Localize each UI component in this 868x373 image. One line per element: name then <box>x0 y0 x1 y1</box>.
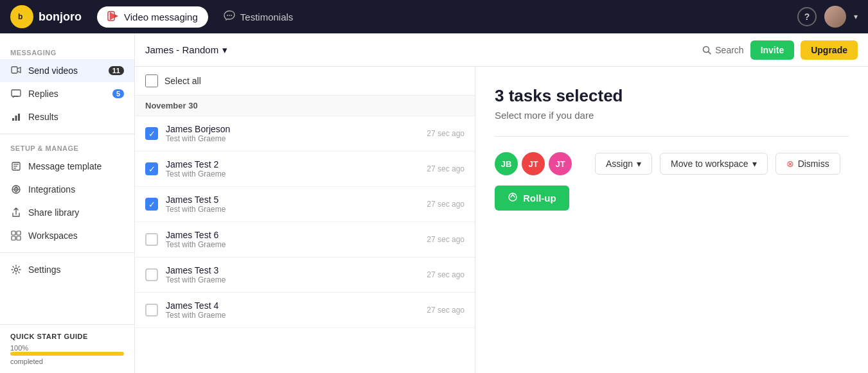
task-time: 27 sec ago <box>427 129 465 138</box>
send-videos-icon <box>10 65 22 76</box>
svg-rect-24 <box>17 236 21 240</box>
sidebar-item-settings[interactable]: Settings <box>0 258 134 281</box>
task-list-panel: Select all November 30 ✓ James Borjeson … <box>135 67 475 373</box>
nav-testimonials[interactable]: Testimonials <box>213 6 304 28</box>
task-checkbox-checked[interactable]: ✓ <box>145 127 158 140</box>
table-row[interactable]: ✓ James Borjeson Test with Graeme 27 sec… <box>135 116 475 152</box>
avatar-jt1: JT <box>522 152 545 175</box>
sidebar-item-integrations[interactable]: Integrations <box>0 178 134 201</box>
table-row[interactable]: James Test 3 Test with Graeme 27 sec ago <box>135 257 475 293</box>
topnav-right: ? ▾ <box>797 6 858 28</box>
svg-rect-10 <box>12 118 14 121</box>
quick-start-section: QUICK START GUIDE 100% completed <box>0 324 134 373</box>
help-button[interactable]: ? <box>797 7 817 26</box>
integrations-icon <box>10 184 22 195</box>
avatar-jb: JB <box>495 152 518 175</box>
table-row[interactable]: ✓ James Test 5 Test with Graeme 27 sec a… <box>135 187 475 222</box>
subheader: James - Random ▾ Search Invite Upgrade <box>135 33 868 67</box>
task-checkbox-checked[interactable]: ✓ <box>145 162 158 175</box>
task-list: ✓ James Borjeson Test with Graeme 27 sec… <box>135 116 475 373</box>
task-name: James Test 4 <box>166 300 419 311</box>
task-checkbox-unchecked[interactable] <box>145 268 158 281</box>
select-all-label: Select all <box>164 76 201 86</box>
user-menu-caret[interactable]: ▾ <box>854 12 858 21</box>
task-subtitle: Test with Graeme <box>166 205 419 214</box>
svg-rect-9 <box>12 90 21 96</box>
split-panels: Select all November 30 ✓ James Borjeson … <box>135 67 868 373</box>
task-checkbox-checked[interactable]: ✓ <box>145 198 158 211</box>
nav-testimonials-label: Testimonials <box>240 12 294 22</box>
avatar-group: JB JT JT <box>495 152 572 175</box>
table-row[interactable]: ✓ James Test 2 Test with Graeme 27 sec a… <box>135 152 475 187</box>
dismiss-x-icon: ⊗ <box>786 159 794 169</box>
sidebar: MESSAGING Send videos 11 Replies 5 <box>0 33 135 373</box>
svg-text:b: b <box>18 12 22 21</box>
video-messaging-icon <box>107 10 119 24</box>
dismiss-button[interactable]: ⊗ Dismiss <box>775 153 840 175</box>
nav-video-messaging[interactable]: Video messaging <box>97 6 208 28</box>
progress-text: 100% <box>10 344 124 352</box>
sidebar-item-results[interactable]: Results <box>0 105 134 128</box>
svg-point-7 <box>231 15 232 16</box>
svg-point-25 <box>15 268 18 272</box>
task-name: James Test 3 <box>166 265 419 275</box>
tasks-selected-title: 3 tasks selected <box>495 86 849 106</box>
svg-point-5 <box>227 15 228 16</box>
assign-button[interactable]: Assign ▾ <box>595 153 652 175</box>
task-checkbox-unchecked[interactable] <box>145 304 158 317</box>
workspaces-label: Workspaces <box>28 230 78 241</box>
tasks-selected-subtitle: Select more if you dare <box>495 110 849 121</box>
search-icon <box>702 46 711 55</box>
progress-percent: 100% <box>10 344 28 352</box>
table-row[interactable]: James Test 6 Test with Graeme 27 sec ago <box>135 222 475 257</box>
search-area[interactable]: Search <box>702 45 743 55</box>
svg-rect-22 <box>17 231 21 235</box>
sidebar-item-message-template[interactable]: Message template <box>0 155 134 178</box>
svg-rect-11 <box>15 116 17 121</box>
upgrade-button[interactable]: Upgrade <box>801 40 858 60</box>
logo-text: bonjoro <box>39 10 82 24</box>
sidebar-item-send-videos[interactable]: Send videos 11 <box>0 59 134 82</box>
invite-button[interactable]: Invite <box>750 40 795 60</box>
svg-point-6 <box>229 15 230 16</box>
completed-text: completed <box>10 358 43 365</box>
progress-bar-container: 100% completed <box>10 344 124 365</box>
sidebar-item-replies[interactable]: Replies 5 <box>0 82 134 105</box>
svg-line-27 <box>709 51 711 54</box>
progress-bar-bg <box>10 352 124 356</box>
task-info: James Test 4 Test with Graeme <box>166 300 419 320</box>
task-checkbox-unchecked[interactable] <box>145 233 158 246</box>
user-avatar[interactable] <box>824 6 846 28</box>
panel-divider <box>495 136 849 137</box>
sidebar-item-share-library[interactable]: Share library <box>0 201 134 224</box>
task-name: James Borjeson <box>166 124 419 134</box>
task-subtitle: Test with Graeme <box>166 275 419 284</box>
rollup-button[interactable]: Roll-up <box>495 186 569 211</box>
top-navigation: b bonjoro Video messaging Testimonials ? <box>0 0 868 33</box>
search-label: Search <box>715 45 743 55</box>
svg-rect-8 <box>12 67 17 73</box>
svg-rect-12 <box>18 114 20 121</box>
subheader-right: Search Invite Upgrade <box>702 40 858 60</box>
sidebar-item-workspaces[interactable]: Workspaces <box>0 224 134 247</box>
results-icon <box>10 111 22 123</box>
action-row: JB JT JT Assign ▾ Move to workspace ▾ ⊗ <box>495 152 849 175</box>
select-all-checkbox[interactable] <box>145 74 158 87</box>
task-info: James Test 5 Test with Graeme <box>166 195 419 214</box>
replies-icon <box>10 88 22 100</box>
assign-chevron-icon: ▾ <box>637 159 641 169</box>
workspaces-icon <box>10 230 22 241</box>
task-info: James Test 6 Test with Graeme <box>166 230 419 249</box>
move-to-workspace-button[interactable]: Move to workspace ▾ <box>660 153 768 175</box>
task-time: 27 sec ago <box>427 235 465 244</box>
svg-rect-23 <box>12 236 15 240</box>
table-row[interactable]: James Test 4 Test with Graeme 27 sec ago <box>135 293 475 328</box>
send-videos-label: Send videos <box>28 65 78 76</box>
replies-badge: 5 <box>112 89 124 98</box>
workspace-name: James - Random <box>145 44 218 55</box>
message-template-label: Message template <box>28 161 102 171</box>
rollup-label: Roll-up <box>523 193 556 204</box>
setup-section-label: SETUP & MANAGE <box>0 139 134 155</box>
integrations-label: Integrations <box>28 184 75 195</box>
workspace-selector[interactable]: James - Random ▾ <box>145 44 227 56</box>
